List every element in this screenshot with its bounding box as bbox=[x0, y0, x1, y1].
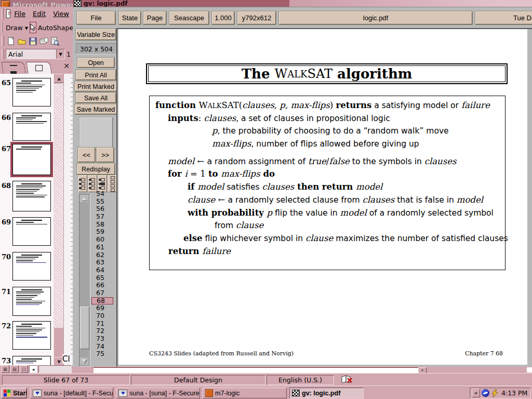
task-label: suna - [default] - F-Secure... bbox=[44, 390, 113, 397]
gv-page-item[interactable]: 61 bbox=[91, 244, 113, 251]
gv-prev-page-button[interactable]: << bbox=[78, 148, 95, 162]
gv-page-item[interactable]: 64 bbox=[91, 267, 113, 274]
close-pane-icon[interactable]: ✕ bbox=[63, 62, 70, 70]
gv-redisplay-button[interactable]: Redisplay bbox=[77, 164, 115, 175]
gv-page-item[interactable]: 58 bbox=[91, 221, 113, 229]
menu-edit[interactable]: Edit bbox=[33, 10, 46, 18]
gv-page-item[interactable]: 65 bbox=[91, 274, 113, 282]
gv-page-item[interactable]: 75 bbox=[91, 350, 113, 358]
gv-page-item[interactable]: 54 bbox=[91, 190, 113, 198]
menu-file[interactable]: File bbox=[14, 10, 25, 18]
gv-page-item[interactable]: 66 bbox=[91, 282, 113, 289]
hscroll-left-icon[interactable]: ◂ bbox=[29, 365, 37, 373]
gv-mark-toggle-button[interactable] bbox=[78, 175, 87, 192]
gv-print-marked-button[interactable]: Print Marked bbox=[75, 82, 117, 91]
gv-variable-size-button[interactable]: Variable Size bbox=[76, 29, 116, 40]
scrollbar-thumb[interactable] bbox=[54, 327, 64, 357]
scroll-up-icon[interactable]: ▲ bbox=[54, 74, 64, 83]
gv-next-page-button[interactable]: >> bbox=[97, 148, 114, 162]
mail-icon[interactable] bbox=[39, 37, 48, 46]
gv-open-button[interactable]: Open bbox=[77, 58, 114, 68]
slideshow-button[interactable]: ☖ bbox=[20, 365, 28, 373]
slide-sorter-button[interactable]: ⊟ bbox=[10, 365, 19, 373]
gv-save-marked-button[interactable]: Save Marked bbox=[75, 104, 117, 114]
new-document-icon[interactable] bbox=[7, 37, 16, 46]
slide-thumbnail[interactable] bbox=[12, 144, 51, 175]
draw-menu-button[interactable]: Draw ▾ bbox=[4, 22, 30, 33]
task-gv-logic-pdf[interactable]: gv: logic.pdf bbox=[289, 388, 364, 398]
slide-thumbnail[interactable] bbox=[12, 287, 51, 316]
gv-media-button[interactable]: y792x612 bbox=[237, 11, 276, 24]
thumbnail-number: 65 bbox=[2, 79, 12, 87]
gv-page-item[interactable]: 56 bbox=[91, 205, 113, 213]
slide-thumbnail[interactable] bbox=[12, 356, 51, 365]
ppt-hscrollbar-track[interactable] bbox=[94, 367, 418, 373]
pdf-page[interactable]: The WALKSAT algorithm function WALKSAT(c… bbox=[118, 29, 527, 365]
gv-page-item[interactable]: 69 bbox=[91, 304, 113, 312]
gv-page-item[interactable]: 67 bbox=[91, 289, 113, 297]
gv-print-marked-label: Print Marked bbox=[77, 83, 114, 90]
font-name-combobox[interactable]: Arial ▼ bbox=[6, 49, 65, 59]
slide-thumbnail[interactable] bbox=[12, 321, 51, 350]
slide-thumbnail[interactable] bbox=[12, 113, 51, 141]
gv-app-icon bbox=[292, 390, 300, 396]
gv-page-item[interactable]: 62 bbox=[91, 251, 113, 259]
scroll-up-icon[interactable] bbox=[80, 195, 88, 202]
algorithm-segment: return bbox=[168, 246, 202, 256]
gv-page-item[interactable]: 59 bbox=[91, 228, 113, 236]
task-m7-logic[interactable]: m7-logic bbox=[203, 388, 287, 398]
algorithm-segment: a random assignment of bbox=[207, 157, 308, 166]
gv-save-all-button[interactable]: Save All bbox=[76, 93, 116, 103]
start-button[interactable]: Start bbox=[1, 388, 27, 398]
gv-page-item[interactable]: 57 bbox=[91, 213, 113, 221]
powerpoint-menubar: File Edit View bbox=[0, 7, 73, 21]
slide-thumbnail[interactable] bbox=[12, 181, 51, 211]
tab-slides[interactable] bbox=[26, 62, 51, 74]
fsecure-tray-icon[interactable] bbox=[482, 389, 489, 397]
powerpoint-icon bbox=[205, 389, 213, 397]
scroll-down-icon[interactable] bbox=[80, 357, 88, 365]
task-fsecure-default[interactable]: suna - [default] - F-Secure... bbox=[30, 388, 113, 398]
scrollbar-thumb[interactable] bbox=[80, 307, 89, 349]
gv-page-item[interactable]: 68 bbox=[91, 297, 113, 305]
open-folder-icon[interactable] bbox=[18, 37, 26, 46]
tray-chevron-button[interactable]: « bbox=[472, 389, 480, 397]
gv-zoom-button[interactable]: 1.000 bbox=[212, 11, 234, 24]
gv-state-menu-button[interactable]: State bbox=[119, 11, 141, 24]
gv-filename-button[interactable]: logic.pdf bbox=[279, 11, 472, 24]
status-design-template[interactable]: Default Design bbox=[131, 375, 265, 385]
status-language[interactable]: English (U.S.) bbox=[267, 375, 334, 385]
gv-page-item[interactable]: 70 bbox=[91, 312, 113, 320]
gv-page-item[interactable]: 72 bbox=[91, 327, 113, 335]
gv-file-menu-button[interactable]: File bbox=[77, 11, 115, 24]
slide-thumbnail[interactable] bbox=[12, 217, 51, 246]
algorithm-segment: inputs bbox=[168, 113, 198, 123]
gv-page-item[interactable]: 63 bbox=[91, 259, 113, 267]
gv-page-menu-button[interactable]: Page bbox=[143, 11, 166, 24]
gv-print-all-button[interactable]: Print All bbox=[76, 70, 116, 80]
gv-page-scrollbar[interactable] bbox=[79, 194, 90, 367]
gv-page-item[interactable]: 71 bbox=[91, 320, 113, 328]
gv-titlebar[interactable]: gv: logic.pdf bbox=[73, 0, 289, 7]
thumbnail-scrollbar[interactable]: ▲ ▼ bbox=[54, 74, 63, 365]
gv-page-item[interactable]: 55 bbox=[91, 198, 113, 206]
select-cursor-button[interactable] bbox=[30, 22, 36, 33]
tab-outline[interactable] bbox=[1, 62, 25, 74]
menu-view[interactable]: View bbox=[53, 10, 69, 18]
algorithm-line: inputs: clauses, a set of clauses in pro… bbox=[168, 112, 505, 125]
slide-thumbnail[interactable] bbox=[12, 78, 51, 107]
normal-view-button[interactable]: ⊞ bbox=[1, 365, 9, 373]
gv-page-item[interactable]: 73 bbox=[91, 335, 113, 343]
task-fsecure-suna[interactable]: suna - [suna] - F-Secure S... bbox=[116, 388, 200, 398]
slide-thumbnail[interactable] bbox=[12, 252, 51, 281]
chevron-down-icon[interactable]: ▼ bbox=[56, 49, 64, 59]
gv-page-item[interactable]: 60 bbox=[91, 236, 113, 244]
save-icon[interactable] bbox=[29, 37, 37, 46]
autoshapes-button[interactable]: AutoShapes bbox=[36, 22, 73, 33]
lightning-tray-icon[interactable] bbox=[491, 389, 499, 397]
hscrollbar-track[interactable] bbox=[38, 365, 72, 373]
gv-orientation-button[interactable]: Seascape bbox=[169, 11, 209, 24]
print-preview-icon[interactable] bbox=[50, 37, 59, 46]
algorithm-segment: ← bbox=[215, 195, 228, 205]
gv-page-item[interactable]: 74 bbox=[91, 343, 113, 351]
